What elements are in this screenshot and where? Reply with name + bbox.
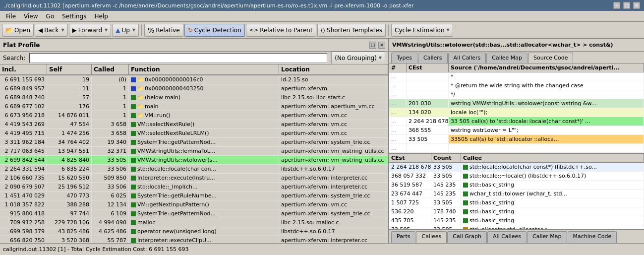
table-row[interactable]: 709 912 258 229 728 106 4 994 090 malloc… — [0, 218, 388, 227]
maximize-button[interactable]: □ — [623, 2, 630, 9]
col-self[interactable]: Self — [47, 64, 92, 74]
minimize-button[interactable]: − — [613, 2, 620, 9]
col-called[interactable]: Called — [92, 64, 129, 74]
cell-incl: 2 106 660 735 — [0, 174, 47, 182]
menu-settings[interactable]: Settings — [58, 12, 90, 21]
cycle-detection-button[interactable]: ↻ Cycle Detection — [184, 24, 245, 37]
menu-view[interactable]: View — [20, 12, 42, 21]
callee-row[interactable]: 36 519 587 145 235 std::basic_string — [389, 181, 644, 190]
cell-self: 57 — [47, 93, 92, 102]
table-row[interactable]: 6 689 848 740 57 1 📁 (below main) libc-2… — [0, 93, 388, 102]
callee-color — [463, 209, 468, 214]
back-button[interactable]: ◀ Back ▼ — [35, 24, 68, 37]
table-row[interactable]: 915 880 418 97 744 6 109 SystemTrie::get… — [0, 209, 388, 218]
table-row[interactable]: 2 717 063 645 13 947 551 32 371 VMWstrin… — [0, 147, 388, 156]
callee-row[interactable]: 536 220 178 740 std::basic_string — [389, 207, 644, 216]
search-input[interactable] — [29, 53, 327, 63]
cell-called: 33 505 — [92, 156, 129, 164]
table-header: Incl. Self Called Function Location — [0, 64, 388, 75]
cell-function: 📁 0x000000000403250 — [129, 84, 279, 93]
shorten-templates-button[interactable]: ⟨⟩ Shorten Templates — [317, 24, 386, 37]
folder-icon: 📁 — [137, 86, 143, 91]
callee-row[interactable]: 368 057 332 33 505 std::locale::~locale(… — [389, 172, 644, 181]
col-location[interactable]: Location — [279, 64, 388, 74]
table-row[interactable]: 4 419 543 269 47 554 3 658 VM::selectNex… — [0, 120, 388, 129]
folder-icon: 📁 — [137, 113, 143, 118]
menu-go[interactable]: Go — [42, 12, 59, 21]
tab-callee-map[interactable]: Callee Map — [486, 53, 527, 63]
col-incl[interactable]: Incl. — [0, 64, 47, 74]
cell-incl: 6 673 956 218 — [0, 111, 47, 120]
callee-row[interactable]: 23 674 447 145 235 wchar_t std::tolower(… — [389, 190, 644, 198]
table-row[interactable]: 2 090 679 507 25 196 512 33 506 std::loc… — [0, 183, 388, 191]
cycle-icon: ↻ — [188, 27, 193, 34]
table-row[interactable]: 1 018 357 822 388 288 12 134 VM::getNext… — [0, 200, 388, 209]
menu-file[interactable]: File — [2, 12, 20, 21]
tab-types[interactable]: Types — [391, 53, 417, 63]
table-row[interactable]: 656 820 750 3 570 368 55 787 Interpreter… — [0, 236, 388, 243]
sd-num: ... — [389, 117, 407, 126]
up-icon: ▲ — [116, 27, 120, 34]
tab-all-callers[interactable]: All Callers — [448, 53, 486, 63]
btab-caller-map[interactable]: Caller Map — [527, 231, 567, 243]
open-button[interactable]: 📂 Open — [2, 24, 34, 37]
table-row[interactable]: 2 699 842 544 4 825 840 33 505 VMWstring… — [0, 156, 388, 165]
sd-source: * @return the wide string with the chang… — [449, 81, 644, 90]
btab-parts[interactable]: Parts — [391, 231, 415, 243]
search-label: Search: — [3, 55, 25, 62]
tab-callers[interactable]: Callers — [418, 53, 448, 63]
sd-source: wstring VMWstringUtils::wtolower(const w… — [449, 99, 644, 108]
btab-machine-code[interactable]: Machine Code — [568, 231, 617, 243]
cell-function: 📁 VM::run() — [129, 111, 279, 120]
table-row[interactable]: 2 106 660 735 15 620 550 509 850 Interpr… — [0, 174, 388, 183]
table-row[interactable]: 6 689 849 957 11 1 📁 0x000000000403250 a… — [0, 84, 388, 93]
cd-count: 33 505 — [431, 198, 461, 207]
table-row[interactable]: 6 673 956 218 14 876 011 1 📁 VM::run() a… — [0, 111, 388, 120]
callee-color — [463, 174, 468, 179]
relative-button[interactable]: % Relative — [144, 24, 183, 37]
up-button[interactable]: ▲ Up ▼ — [112, 24, 139, 37]
table-row[interactable]: 1 451 470 029 470 773 6 025 SystemTrie::… — [0, 191, 388, 200]
cell-location: apertium-xfervm: vm.cc — [279, 200, 388, 209]
table-row[interactable]: 699 598 379 43 825 486 4 625 486 operato… — [0, 227, 388, 236]
cell-self: 6 835 224 — [47, 165, 92, 173]
callee-row[interactable]: 2 264 218 678 33 505 std::locale::locale… — [389, 163, 644, 172]
table-row[interactable]: 6 689 677 102 176 1 📁 main apertium-xfer… — [0, 102, 388, 111]
color-indicator — [131, 229, 136, 234]
btab-all-callees[interactable]: All Callees — [487, 231, 527, 243]
btab-call-graph[interactable]: Call Graph — [447, 231, 487, 243]
callee-row[interactable]: 33 505 33 505 std::allocator std::alloca… — [389, 225, 644, 229]
percent-icon: % — [148, 26, 154, 34]
relative-to-parent-button[interactable]: <> Relative to Parent — [246, 24, 316, 37]
table-row[interactable]: 6 691 155 693 19 (0) 📁 0x0000000000016c0… — [0, 75, 388, 84]
color-indicator — [131, 131, 136, 136]
back-icon: ◀ — [38, 27, 43, 34]
panel-close-button[interactable]: ✕ — [378, 42, 385, 49]
cell-self: 1 474 256 — [47, 129, 92, 137]
btab-callees[interactable]: Callees — [416, 231, 447, 243]
cell-called: 12 134 — [92, 200, 129, 209]
callee-row[interactable]: 1 507 725 33 505 std::basic_string — [389, 198, 644, 207]
table-row[interactable]: 3 311 962 184 34 764 402 19 340 SystemTr… — [0, 138, 388, 147]
table-row[interactable]: 4 419 495 715 1 474 256 3 658 VM::select… — [0, 129, 388, 138]
panel-float-button[interactable]: □ — [369, 42, 376, 49]
menubar: File View Go Settings Help — [0, 11, 644, 22]
window-controls: − □ ✕ — [613, 2, 640, 9]
grouping-dropdown[interactable]: (No Grouping) ▼ — [331, 52, 385, 64]
cd-count: 33 505 — [431, 163, 461, 171]
table-row[interactable]: 2 264 331 594 6 835 224 33 506 std::loca… — [0, 165, 388, 174]
estimation-dropdown[interactable]: Cycle Estimation ▼ — [391, 24, 453, 37]
toolbar-separator-1 — [141, 25, 142, 36]
tab-source-code[interactable]: Source Code — [528, 53, 573, 63]
cell-function: SystemTrie::getPatternNod... — [129, 209, 279, 218]
cell-called: 32 371 — [92, 147, 129, 155]
menu-help[interactable]: Help — [90, 12, 112, 21]
col-function[interactable]: Function — [129, 64, 279, 74]
cell-incl: 915 880 418 — [0, 209, 47, 218]
cell-location: libstdc++.so.6.0.17 — [279, 165, 388, 173]
callee-row[interactable]: 435 705 145 235 std::basic_string — [389, 216, 644, 225]
cell-function: operator new(unsigned long) — [129, 227, 279, 236]
cell-function: SystemTrie::getRuleNumbe... — [129, 191, 279, 200]
close-button[interactable]: ✕ — [633, 2, 640, 9]
forward-button[interactable]: ▶ Forward ▼ — [69, 24, 112, 37]
